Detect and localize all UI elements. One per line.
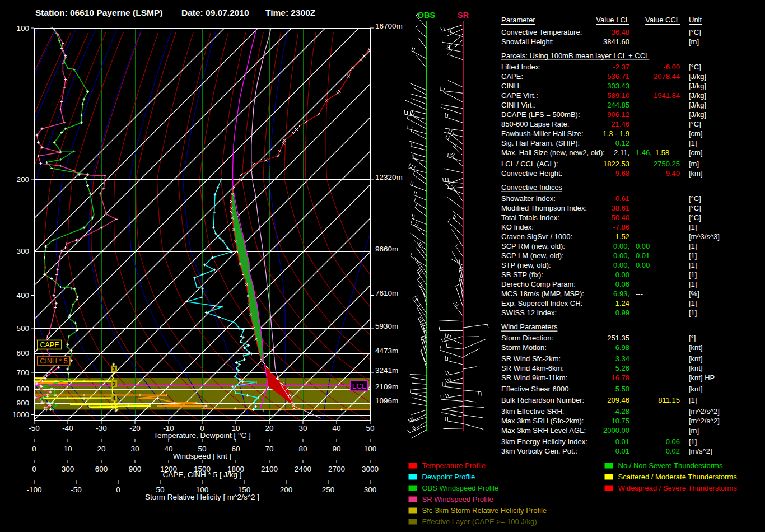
svg-text:Lifted Index:: Lifted Index:: [501, 63, 541, 71]
svg-text:209.46: 209.46: [607, 396, 629, 404]
svg-text:50: 50: [366, 424, 374, 432]
svg-text:200: 200: [16, 175, 29, 184]
svg-text:7610m: 7610m: [375, 289, 398, 297]
svg-text:[°C]: [°C]: [689, 28, 701, 36]
svg-text:244.85: 244.85: [607, 101, 629, 109]
svg-text:CINH * 5: CINH * 5: [40, 357, 67, 365]
svg-text:-20: -20: [129, 424, 141, 432]
svg-text:[1]: [1]: [689, 251, 697, 260]
svg-text:[°C]: [°C]: [689, 213, 701, 222]
svg-text:1.58: 1.58: [655, 148, 669, 157]
svg-text:[m/s^2]: [m/s^2]: [689, 447, 712, 455]
svg-text:[°]: [°]: [689, 334, 696, 342]
svg-text:LCL / CCL (AGL):: LCL / CCL (AGL):: [501, 160, 558, 168]
svg-text:2: 2: [113, 381, 116, 388]
svg-text:2078.44: 2078.44: [654, 72, 680, 81]
svg-text:0: 0: [32, 465, 36, 473]
svg-text:60: 60: [231, 445, 240, 453]
svg-text:0.12: 0.12: [615, 139, 629, 147]
svg-text:SR Wind 4km-6km:: SR Wind 4km-6km:: [501, 364, 564, 372]
svg-text:589.10: 589.10: [607, 91, 629, 100]
svg-text:0.01: 0.01: [615, 447, 629, 455]
svg-text:SCP RM (new, old):: SCP RM (new, old):: [501, 242, 565, 250]
svg-text:90: 90: [332, 445, 340, 453]
svg-text:Modified Thompson Index:: Modified Thompson Index:: [501, 204, 587, 212]
svg-text:9.68: 9.68: [615, 169, 629, 178]
svg-text:Convective Height:: Convective Height:: [501, 169, 562, 178]
svg-text:[°C]: [°C]: [689, 194, 701, 203]
svg-text:Wind Parameters: Wind Parameters: [501, 323, 558, 331]
svg-text:1.46,: 1.46,: [636, 148, 652, 157]
svg-text:2000.00: 2000.00: [603, 426, 629, 435]
svg-text:4: 4: [113, 395, 116, 402]
svg-text:[knt]: [knt]: [689, 385, 703, 393]
svg-text:6.98: 6.98: [615, 343, 629, 352]
svg-text:[knt]: [knt]: [689, 354, 703, 363]
svg-text:Station: 06610 Payerne (LSMP): Station: 06610 Payerne (LSMP): [35, 8, 162, 17]
svg-text:Convective Temperature:: Convective Temperature:: [501, 28, 582, 36]
svg-text:KO Index:: KO Index:: [501, 223, 534, 231]
svg-text:2109m: 2109m: [375, 382, 398, 391]
svg-text:Sfc-3km Storm Relative Helicit: Sfc-3km Storm Relative Helicity Profile: [422, 506, 547, 515]
svg-text:---: ---: [636, 290, 643, 298]
svg-text:80: 80: [298, 445, 307, 453]
svg-text:-6.00: -6.00: [663, 63, 680, 71]
svg-text:-40: -40: [62, 424, 73, 432]
svg-text:[°C]: [°C]: [689, 204, 701, 212]
svg-text:[1]: [1]: [689, 280, 697, 288]
svg-text:-100: -100: [26, 486, 41, 494]
svg-text:CINH:: CINH:: [501, 82, 521, 90]
svg-text:-30: -30: [96, 424, 107, 432]
svg-text:20: 20: [265, 424, 273, 432]
svg-text:SR: SR: [458, 11, 469, 20]
svg-text:1822.53: 1822.53: [603, 160, 629, 168]
svg-text:1941.84: 1941.84: [654, 91, 680, 100]
svg-text:Fawbush-Miller Hail Size:: Fawbush-Miller Hail Size:: [501, 129, 584, 138]
svg-text:-7.86: -7.86: [613, 223, 629, 231]
svg-text:Craven SigSvr / 1000:: Craven SigSvr / 1000:: [501, 232, 572, 241]
svg-text:[°C]: [°C]: [689, 120, 701, 128]
svg-text:16700m: 16700m: [375, 22, 403, 30]
svg-text:Sig. Hail Param. (SHIP):: Sig. Hail Param. (SHIP):: [501, 139, 580, 147]
svg-text:0.01: 0.01: [615, 437, 629, 446]
svg-text:0.00,: 0.00,: [613, 242, 629, 250]
svg-text:[1]: [1]: [689, 309, 697, 317]
svg-text:1.3 - 1.9: 1.3 - 1.9: [603, 129, 629, 138]
svg-text:600: 600: [95, 465, 108, 473]
svg-text:1000: 1000: [12, 410, 29, 419]
svg-text:MCS 18m/s (MMP, MSP):: MCS 18m/s (MMP, MSP):: [501, 290, 584, 298]
svg-text:5930m: 5930m: [375, 322, 398, 330]
svg-text:1096m: 1096m: [375, 396, 398, 405]
svg-text:[%]: [%]: [689, 290, 699, 298]
svg-text:0.00: 0.00: [615, 270, 629, 279]
svg-text:20: 20: [97, 445, 105, 453]
svg-text:CAPE: CAPE: [40, 341, 59, 349]
svg-text:Value LCL: Value LCL: [596, 16, 629, 24]
svg-text:SR Wind 9km-11km:: SR Wind 9km-11km:: [501, 374, 567, 382]
svg-text:CAPE, CINH * 5 [ J/kg ]: CAPE, CINH * 5 [ J/kg ]: [162, 470, 241, 479]
svg-text:30: 30: [298, 424, 307, 432]
svg-text:Convective Indices: Convective Indices: [501, 183, 563, 192]
svg-text:Storm Direction:: Storm Direction:: [501, 334, 553, 342]
svg-text:250: 250: [322, 486, 335, 494]
svg-text:251.35: 251.35: [607, 334, 629, 342]
svg-text:50.40: 50.40: [611, 213, 629, 222]
svg-text:12320m: 12320m: [375, 173, 403, 181]
svg-text:36.48: 36.48: [611, 28, 629, 36]
svg-text:[m]: [m]: [689, 38, 699, 46]
svg-text:CAPE Virt.:: CAPE Virt.:: [501, 91, 538, 100]
svg-text:[1]: [1]: [689, 261, 697, 269]
svg-text:100: 100: [16, 24, 29, 32]
svg-text:100: 100: [364, 445, 377, 453]
svg-text:536.71: 536.71: [607, 72, 629, 81]
svg-text:[°C]: [°C]: [689, 63, 701, 71]
svg-text:[1]: [1]: [689, 299, 697, 307]
svg-text:2750.25: 2750.25: [654, 160, 680, 168]
svg-text:900: 900: [129, 465, 142, 473]
svg-text:0.02: 0.02: [666, 447, 680, 455]
svg-text:10: 10: [63, 445, 72, 453]
svg-text:2400: 2400: [295, 465, 311, 473]
svg-text:[m^2/s^2]: [m^2/s^2]: [689, 407, 720, 416]
svg-text:3km Effective SRH:: 3km Effective SRH:: [501, 407, 564, 416]
svg-text:Value CCL: Value CCL: [645, 16, 680, 24]
